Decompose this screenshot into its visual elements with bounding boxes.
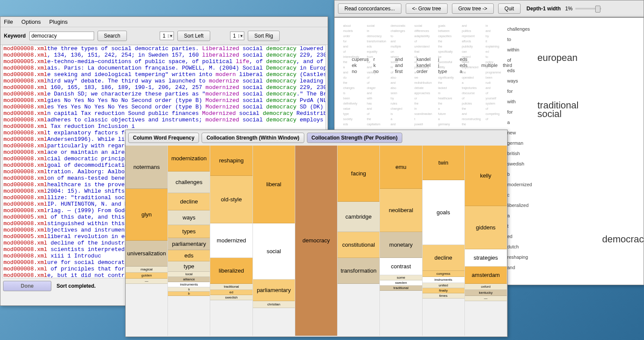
vis-cell[interactable]: cambridge [338, 202, 379, 232]
vis-cell[interactable]: kentucky [465, 290, 507, 296]
tree-word[interactable]: and [462, 112, 467, 115]
concordance-row[interactable]: mod000005.xmle-techno-media—conditions o… [3, 58, 325, 65]
vis-cell[interactable]: united [423, 283, 464, 288]
tree-word[interactable]: for [367, 60, 370, 64]
tree-word[interactable]: yourself [486, 97, 496, 100]
vis-cell[interactable]: ways [168, 210, 210, 225]
tree-word[interactable]: ed [486, 50, 489, 53]
tree-word[interactable]: powell [414, 123, 423, 126]
tree-word[interactable]: significantly [438, 76, 454, 79]
vis-cell[interactable]: decline [168, 193, 210, 210]
tree-word[interactable]: eds [343, 123, 348, 126]
vis-cell[interactable]: monetary [380, 232, 422, 258]
tree-word[interactable]: lacked [438, 86, 447, 89]
tree-word[interactable]: value [343, 107, 350, 110]
tree-word[interactable]: of [414, 55, 417, 58]
tree-word[interactable]: of [414, 40, 417, 43]
tree-word[interactable]: and [391, 81, 396, 84]
tree-word[interactable]: order [343, 35, 350, 38]
tree-word[interactable]: also [391, 86, 396, 89]
vis-cell[interactable]: christian [253, 301, 295, 308]
tree-word[interactable]: a [462, 81, 464, 84]
tree-word[interactable]: dutch [507, 244, 519, 249]
tree-word[interactable]: a [414, 71, 416, 74]
tree-word[interactable]: redistribution [414, 81, 432, 84]
vis-cell[interactable]: traditional [380, 286, 422, 291]
tree-word[interactable]: publicity [462, 45, 473, 48]
sort-right-spin[interactable]: 1▼ [230, 32, 245, 40]
vis-cell[interactable]: times [423, 293, 464, 299]
tree-word[interactable]: we [414, 76, 418, 79]
tree-word[interactable]: some [391, 60, 398, 64]
vis-cell[interactable]: types [168, 225, 210, 238]
vis-cell[interactable]: golden [126, 273, 167, 279]
vis-cell[interactable]: emu [380, 146, 422, 189]
concordance-row[interactable]: mod000008.xmlais. Paris: La documentatio… [3, 65, 325, 71]
vis-cell[interactable]: type [168, 261, 210, 272]
tree-word[interactable]: and [486, 86, 491, 89]
tree-word[interactable]: or [414, 97, 417, 100]
tree-word[interactable]: for [507, 109, 513, 114]
concordance-row[interactable]: mod000008.xml, 134, 136, 151, 242, 254; … [3, 52, 325, 58]
tree-word[interactable]: third [503, 63, 512, 68]
tree-word[interactable]: rudi [486, 81, 491, 84]
tree-word[interactable]: from [367, 55, 373, 58]
tree-word[interactable]: of [462, 97, 464, 100]
vis-cell[interactable]: kelly [465, 146, 507, 206]
tree-word[interactable]: by [486, 35, 489, 38]
tree-word[interactable]: of [486, 107, 488, 110]
read-concordances-button[interactable]: Read concordances... [338, 3, 401, 14]
tree-word[interactable]: and [391, 123, 396, 126]
tree-word[interactable]: challenges [507, 26, 530, 32]
tree-word[interactable]: also [391, 76, 396, 79]
vis-cell[interactable]: eds [168, 250, 210, 261]
vis-cell[interactable]: modernized [210, 223, 252, 258]
vis-cell[interactable]: glyn [126, 189, 167, 241]
vis-cell[interactable]: liberalized [210, 258, 252, 284]
tree-word[interactable]: transformation [367, 40, 386, 43]
tree-word[interactable]: order [417, 69, 428, 74]
vis-cell[interactable]: congress [423, 271, 464, 277]
tree-word[interactable]: the [462, 71, 466, 74]
tree-word[interactable]: has [367, 102, 372, 105]
tree-word[interactable]: of [486, 118, 488, 121]
tree-word[interactable]: the [438, 40, 442, 43]
tree-word[interactable]: of [391, 71, 393, 74]
vis-cell[interactable]: sweden [380, 280, 422, 286]
tree-word[interactable]: seen [391, 92, 397, 95]
tree-word[interactable]: and [343, 71, 348, 74]
tree-word[interactable]: capacities [438, 35, 451, 38]
tree-word[interactable]: in [391, 66, 393, 69]
tree-word[interactable]: rules [391, 102, 397, 105]
tree-word[interactable]: no [352, 69, 357, 74]
vis-cell[interactable]: ed [210, 290, 252, 295]
vis-cell[interactable]: parliamentary [168, 238, 210, 250]
tree-word[interactable]: trajectories [462, 86, 477, 89]
tree-word[interactable]: k [373, 63, 376, 68]
vis-cell[interactable]: decline [423, 245, 464, 271]
tree-word[interactable]: social [414, 24, 422, 27]
vis-cell[interactable]: finally [423, 288, 464, 293]
tree-word[interactable]: a [343, 66, 345, 69]
tree-word[interactable]: the [414, 102, 419, 105]
tree-word[interactable]: with [367, 97, 372, 100]
tree-word[interactable]: new [507, 130, 516, 135]
tree-word[interactable]: it [486, 40, 487, 43]
vis-cell[interactable]: instruments [423, 277, 464, 283]
concordance-row[interactable]: mod000008.xmle Danish SD; we characteriz… [3, 91, 325, 97]
tree-word[interactable]: with [507, 99, 516, 104]
tree-word[interactable]: equality [367, 50, 377, 53]
vis-cell[interactable]: giddens [465, 206, 507, 249]
tree-word[interactable]: policy [486, 60, 493, 64]
vis-cell[interactable]: notermans [126, 146, 167, 189]
tree-word[interactable]: reconstructing [462, 118, 481, 121]
tree-word[interactable]: the [343, 60, 347, 64]
tree-word[interactable]: modernized [507, 182, 532, 187]
vis-cell[interactable]: contrast [380, 258, 422, 275]
tree-word[interactable]: is [343, 92, 345, 95]
tree-word[interactable]: democratic [391, 24, 405, 27]
concordance-row[interactable]: mod000008.xml 160, 165, 183, 186, 189, 1… [3, 84, 325, 91]
vis-cell[interactable]: strategies [465, 249, 507, 267]
tree-word[interactable]: swedish [507, 161, 524, 166]
vis-cell[interactable]: democracy [295, 146, 337, 336]
